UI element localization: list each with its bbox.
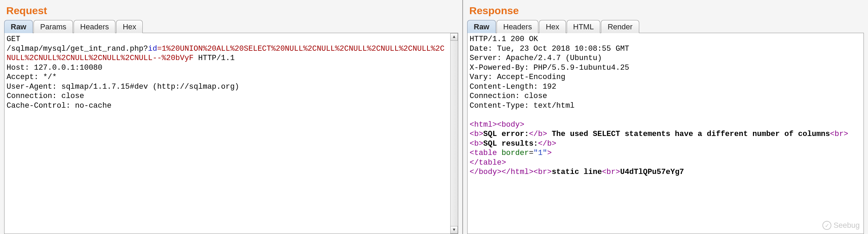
request-content[interactable]: GET /sqlmap/mysql/get_int_rand.php?id=1%…	[4, 33, 458, 234]
tab-hex[interactable]: Hex	[116, 20, 143, 33]
request-title: Request	[6, 5, 458, 17]
tag-body-close: </body>	[470, 168, 501, 176]
tag-b-close: </b>	[538, 139, 556, 148]
request-path: /sqlmap/mysql/get_int_rand.php?	[7, 45, 148, 53]
response-content[interactable]: HTTP/1.1 200 OK Date: Tue, 23 Oct 2018 1…	[467, 33, 864, 234]
scrollbar[interactable]: ▲ ▼	[450, 33, 458, 234]
tab-raw[interactable]: Raw	[4, 20, 33, 33]
tag-br: <br>	[602, 168, 620, 176]
scroll-up-icon[interactable]: ▲	[450, 33, 458, 41]
attr-val: "1"	[534, 149, 547, 157]
tag-b-close: </b>	[529, 130, 547, 138]
random-token: U4dTlQPu57eYg7	[620, 168, 684, 176]
request-tabs: Raw Params Headers Hex	[4, 20, 458, 33]
tag-br: <br>	[534, 168, 552, 176]
query-param: id	[148, 45, 157, 53]
sql-error-label: SQL error:	[483, 130, 529, 138]
response-title: Response	[469, 5, 864, 17]
tag-br: <br>	[830, 130, 848, 138]
attr-border: border	[497, 149, 529, 157]
request-headers: Host: 127.0.0.1:10080 Accept: */* User-A…	[7, 64, 239, 110]
sql-results-label: SQL results:	[483, 139, 538, 148]
tab-params[interactable]: Params	[34, 20, 73, 33]
tab-html[interactable]: HTML	[567, 20, 601, 33]
request-panel: Request Raw Params Headers Hex GET /sqlm…	[0, 0, 463, 234]
tab-headers[interactable]: Headers	[497, 20, 538, 33]
http-version: HTTP/1.1	[194, 54, 235, 62]
tag-b-open: <b>	[470, 139, 483, 148]
tab-headers[interactable]: Headers	[74, 20, 115, 33]
tag-table-open: <table	[470, 149, 497, 157]
tag-table-close: </table>	[470, 158, 506, 167]
response-panel: Response Raw Headers Hex HTML Render HTT…	[463, 0, 868, 234]
tag-html-close: </html>	[501, 168, 533, 176]
response-tabs: Raw Headers Hex HTML Render	[467, 20, 864, 33]
tag-html-open: <html>	[470, 120, 497, 129]
tag-b-open: <b>	[470, 130, 483, 138]
tab-raw[interactable]: Raw	[467, 20, 496, 33]
http-method: GET	[7, 35, 20, 43]
tab-hex[interactable]: Hex	[539, 20, 566, 33]
sql-error-msg: The used SELECT statements have a differ…	[547, 130, 830, 138]
tab-render[interactable]: Render	[601, 20, 639, 33]
response-headers: HTTP/1.1 200 OK Date: Tue, 23 Oct 2018 1…	[470, 35, 629, 110]
attr-eq: =	[529, 149, 534, 157]
tag-body-open: <body>	[497, 120, 524, 129]
scroll-down-icon[interactable]: ▼	[450, 226, 458, 234]
static-line-text: static line	[552, 168, 602, 176]
tag-close-angle: >	[547, 149, 551, 157]
